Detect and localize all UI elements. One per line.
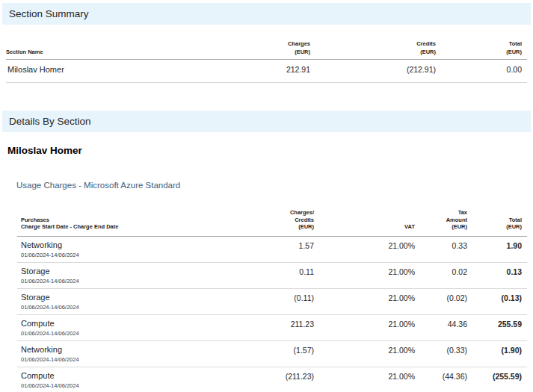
tax-amount-cell: (44.36)	[420, 367, 472, 392]
tax-amount-cell: 0.33	[420, 236, 472, 262]
section-summary-row: Miloslav Homer 212.91 (212.91) 0.00	[6, 60, 527, 83]
section-summary-table-body: Miloslav Homer 212.91 (212.91) 0.00	[6, 60, 527, 83]
column-header-section-name-label: Section Name	[6, 49, 43, 55]
tax-label-1: Tax	[420, 209, 467, 217]
vat-cell: 21.00%	[319, 367, 420, 392]
charge-date-range: 01/06/2024-14/06/2024	[17, 250, 215, 262]
purchase-cell: Compute 01/06/2024-14/06/2024	[17, 314, 215, 340]
vat-label: VAT	[319, 223, 415, 231]
usage-charge-row: Networking 01/06/2024-14/06/2024 (1.57) …	[17, 340, 527, 367]
purchase-name: Networking	[17, 237, 215, 250]
usage-charge-row: Networking 01/06/2024-14/06/2024 1.57 21…	[17, 236, 527, 262]
purchase-cell: Networking 01/06/2024-14/06/2024	[17, 340, 215, 367]
usage-charges-header-row: Purchases Charge Start Date - Charge End…	[17, 205, 527, 236]
charges-credits-cell: 211.23	[215, 314, 319, 340]
details-by-section-header-bar: Details By Section	[2, 111, 531, 132]
usage-charges-subtitle: Usage Charges - Microsoft Azure Standard	[16, 181, 533, 190]
charge-date-range: 01/06/2024-14/06/2024	[17, 276, 215, 288]
usage-charges-table: Purchases Charge Start Date - Charge End…	[17, 205, 527, 392]
tax-amount-cell: (0.33)	[420, 340, 472, 367]
charge-dates-label: Charge Start Date - Charge End Date	[21, 223, 215, 231]
column-header-vat: VAT	[319, 205, 420, 236]
tax-amount-cell: 44.36	[420, 314, 472, 340]
details-by-section-title: Details By Section	[9, 116, 91, 127]
total-cell: 0.00	[441, 60, 527, 83]
usage-charge-row: Compute 01/06/2024-14/06/2024 211.23 21.…	[17, 314, 527, 340]
charges-credits-cell: (211.23)	[215, 367, 319, 392]
column-header-tax-amount: Tax Amount (EUR)	[420, 205, 472, 236]
usage-charge-row: Compute 01/06/2024-14/06/2024 (211.23) 2…	[17, 367, 527, 392]
column-header-purchases: Purchases Charge Start Date - Charge End…	[17, 205, 215, 236]
charges-credits-cell: (1.57)	[215, 340, 319, 367]
credits-label: Credits	[315, 40, 436, 48]
column-header-charges-credits: Charges/ Credits (EUR)	[215, 205, 319, 236]
charge-date-range: 01/06/2024-14/06/2024	[17, 329, 215, 340]
section-summary-table: Section Name Charges (EUR) Credits (EUR)…	[6, 40, 527, 83]
charges-credits-unit-label: (EUR)	[215, 223, 314, 231]
column-header-total: Total (EUR)	[472, 205, 527, 236]
charges-credits-label-1: Charges/	[215, 209, 314, 217]
vat-cell: 21.00%	[319, 340, 420, 367]
charge-date-range: 01/06/2024-14/06/2024	[17, 381, 215, 392]
column-header-total: Total (EUR)	[441, 40, 527, 60]
charges-credits-cell: 1.57	[215, 236, 319, 262]
charge-date-range: 01/06/2024-14/06/2024	[17, 355, 215, 367]
charges-credits-label-2: Credits	[215, 217, 314, 224]
section-summary-title: Section Summary	[9, 8, 89, 19]
purchase-name: Compute	[17, 367, 215, 381]
total-cell: (0.13)	[472, 288, 527, 314]
total-cell: 255.59	[472, 314, 527, 340]
purchase-cell: Compute 01/06/2024-14/06/2024	[17, 367, 215, 392]
purchase-cell: Storage 01/06/2024-14/06/2024	[17, 288, 215, 314]
total-cell: (1.90)	[472, 340, 527, 367]
charges-credits-cell: 0.11	[215, 262, 319, 288]
column-header-credits: Credits (EUR)	[315, 40, 441, 60]
vat-cell: 21.00%	[319, 314, 420, 340]
total-cell: 1.90	[472, 236, 527, 262]
section-heading: Miloslav Homer	[7, 146, 533, 156]
vat-cell: 21.00%	[319, 262, 420, 288]
purchase-name: Networking	[17, 341, 215, 355]
purchase-name: Compute	[17, 315, 215, 329]
column-header-section-name: Section Name	[6, 40, 226, 60]
total-unit-label: (EUR)	[472, 223, 522, 231]
credits-cell: (212.91)	[315, 60, 441, 83]
vat-cell: 21.00%	[319, 288, 420, 314]
charges-label: Charges	[226, 40, 310, 48]
total-label: Total	[472, 217, 522, 224]
tax-amount-cell: 0.02	[420, 262, 472, 288]
total-unit-label: (EUR)	[441, 48, 522, 56]
purchase-name: Storage	[17, 289, 215, 302]
tax-label-2: Amount	[420, 217, 467, 224]
charges-credits-cell: (0.11)	[215, 288, 319, 314]
column-header-charges: Charges (EUR)	[226, 40, 315, 60]
total-label: Total	[441, 40, 522, 48]
charges-cell: 212.91	[226, 60, 315, 83]
credits-unit-label: (EUR)	[315, 48, 436, 56]
charges-unit-label: (EUR)	[226, 48, 310, 56]
section-name-cell: Miloslav Homer	[6, 60, 226, 83]
section-summary-header-bar: Section Summary	[2, 3, 531, 25]
purchase-name: Storage	[17, 263, 215, 276]
tax-unit-label: (EUR)	[420, 223, 467, 231]
usage-charges-table-container: Purchases Charge Start Date - Charge End…	[17, 205, 527, 392]
vat-cell: 21.00%	[319, 236, 420, 262]
total-cell: 0.13	[472, 262, 527, 288]
usage-charge-row: Storage 01/06/2024-14/06/2024 0.11 21.00…	[17, 262, 527, 288]
purchase-cell: Storage 01/06/2024-14/06/2024	[17, 262, 215, 288]
charge-date-range: 01/06/2024-14/06/2024	[17, 302, 215, 314]
purchases-label: Purchases	[21, 217, 215, 224]
usage-charge-row: Storage 01/06/2024-14/06/2024 (0.11) 21.…	[17, 288, 527, 314]
total-cell: (255.59)	[472, 367, 527, 392]
tax-amount-cell: (0.02)	[420, 288, 472, 314]
usage-charges-table-body: Networking 01/06/2024-14/06/2024 1.57 21…	[17, 236, 527, 392]
section-summary-table-container: Section Name Charges (EUR) Credits (EUR)…	[6, 40, 527, 83]
purchase-cell: Networking 01/06/2024-14/06/2024	[17, 236, 215, 262]
section-summary-header-row: Section Name Charges (EUR) Credits (EUR)…	[6, 40, 527, 60]
